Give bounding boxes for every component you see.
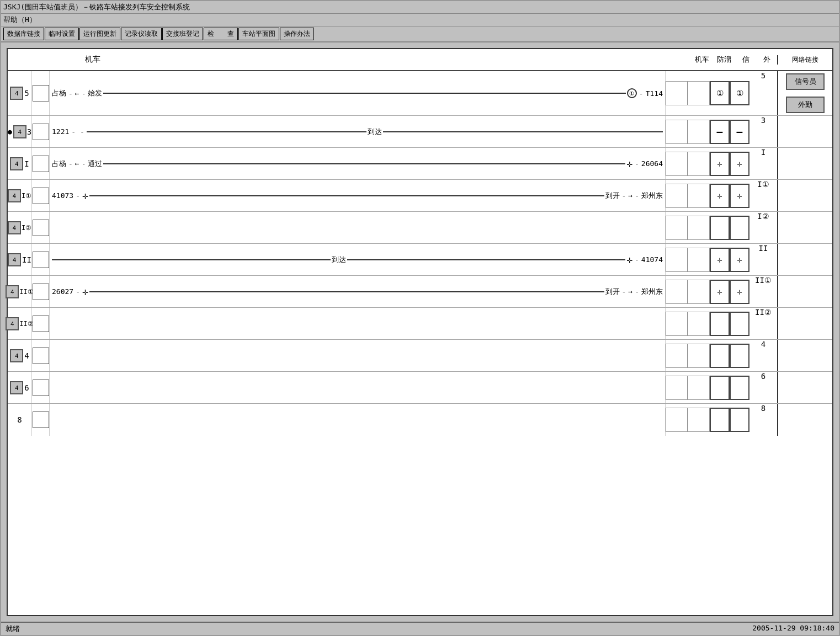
mbox1-I1 xyxy=(666,184,688,208)
outside-box-8 xyxy=(730,408,749,432)
mbox1-II1 xyxy=(666,280,688,304)
outside-box-I2 xyxy=(730,216,749,240)
signal-box-6 xyxy=(710,376,730,400)
btn4-5[interactable] xyxy=(10,87,23,100)
btn4-3[interactable] xyxy=(13,125,26,138)
status-text: 就绪 xyxy=(6,624,20,634)
plus-II: ✛ xyxy=(626,254,632,265)
to-I1: 郑州东 xyxy=(641,191,663,201)
train-II: 41074 xyxy=(641,255,663,264)
table-row: 5 占杨 - ← - 始发 ① - T114 xyxy=(8,71,832,116)
signal-box-3: — xyxy=(710,120,730,144)
btn4-II2[interactable] xyxy=(6,317,19,330)
signal-box-I: ✛ xyxy=(710,152,730,176)
main-content: 机车 机车 防溜 信 外 网络链接 xyxy=(1,42,839,622)
signal-box-I2 xyxy=(710,216,730,240)
track-label-5: 5 xyxy=(24,89,29,98)
signal-box-II1: ✛ xyxy=(710,280,730,304)
table-row: 8 8 xyxy=(8,404,832,436)
antislip-header: 防溜 xyxy=(713,55,735,65)
toolbar-btn-station-map[interactable]: 车站平面图 xyxy=(238,28,279,40)
btn4-II[interactable] xyxy=(8,253,21,266)
circle-icon-5: ① xyxy=(627,88,637,98)
mbox1-4 xyxy=(666,344,688,368)
mbox1-6 xyxy=(666,376,688,400)
loco2-header: 机车 xyxy=(691,55,713,65)
btn4-II1[interactable] xyxy=(6,285,19,298)
btn4-I1[interactable] xyxy=(8,189,21,202)
mbox2-II2 xyxy=(688,312,710,336)
outside-box-II: ✛ xyxy=(730,248,749,272)
small-box-8 xyxy=(33,411,49,428)
signal-box-II2 xyxy=(710,312,730,336)
mbox1-5 xyxy=(666,81,688,105)
table-row: II 到达 ✛ - 41074 xyxy=(8,244,832,276)
btn4-6[interactable] xyxy=(10,381,23,394)
station-panel: 机车 机车 防溜 信 外 网络链接 xyxy=(7,48,833,616)
outside-box-5: ① xyxy=(730,81,749,105)
track-label-6: 6 xyxy=(24,383,29,392)
track-label-8: 8 xyxy=(17,415,22,424)
signal-box-II: ✛ xyxy=(710,248,730,272)
bullet-3: ● xyxy=(8,127,12,136)
right-label-I1: I① xyxy=(749,180,777,211)
small-box-5 xyxy=(33,85,49,101)
right-label-6: 6 xyxy=(749,372,777,403)
mbox1-8 xyxy=(666,408,688,432)
right-label-II2: II② xyxy=(749,308,777,339)
small-box-I xyxy=(33,156,49,172)
toolbar-btn-check[interactable]: 检 查 xyxy=(204,28,238,40)
btn4-4[interactable] xyxy=(10,349,23,362)
small-box-3 xyxy=(33,124,49,140)
plus-II1: ✛ xyxy=(82,286,88,297)
mbox2-3 xyxy=(688,120,710,144)
toolbar-btn-handover[interactable]: 交接班登记 xyxy=(162,28,203,40)
track-label-4: 4 xyxy=(24,351,29,360)
right-label-8: 8 xyxy=(749,404,777,436)
menu-bar[interactable]: 帮助（H） xyxy=(1,14,839,26)
mbox2-I1 xyxy=(688,184,710,208)
toolbar-btn-temp[interactable]: 临时设置 xyxy=(45,28,79,40)
outside-box-I1: ✛ xyxy=(730,184,749,208)
outside-worker-btn[interactable]: 外勤 xyxy=(786,97,825,113)
status-time: 2005-11-29 09:18:40 xyxy=(752,624,834,634)
mbox1-3 xyxy=(666,120,688,144)
track-content-3: 1221 - - 到达 xyxy=(50,116,665,147)
toolbar-btn-db[interactable]: 数据库链接 xyxy=(3,28,44,40)
small-box-II1 xyxy=(33,284,49,300)
toolbar-btn-timetable[interactable]: 运行图更新 xyxy=(79,28,120,40)
track-content-4 xyxy=(50,340,665,371)
track-label-I1: I① xyxy=(22,192,31,200)
signal-worker-btn[interactable]: 信号员 xyxy=(786,73,825,90)
track-content-6 xyxy=(50,372,665,403)
train-5: T114 xyxy=(646,89,663,98)
plus-I1: ✛ xyxy=(82,190,88,201)
small-box-II xyxy=(33,252,49,268)
loco-header: 机车 xyxy=(85,55,100,65)
mbox2-II1 xyxy=(688,280,710,304)
toolbar-btn-operation[interactable]: 操作办法 xyxy=(280,28,314,40)
small-box-I2 xyxy=(33,220,49,236)
train-I: 26064 xyxy=(641,159,663,168)
table-row: I② I② xyxy=(8,212,832,244)
outside-box-6 xyxy=(730,376,749,400)
outside-box-I: ✛ xyxy=(730,152,749,176)
toolbar-btn-recorder[interactable]: 记录仪读取 xyxy=(121,28,162,40)
menu-help[interactable]: 帮助（H） xyxy=(3,15,36,24)
mbox2-8 xyxy=(688,408,710,432)
btn4-I2[interactable] xyxy=(8,221,21,234)
track-content-I2 xyxy=(50,212,665,243)
track-label-II1: II① xyxy=(19,288,33,296)
signal-box-I1: ✛ xyxy=(710,184,730,208)
mbox2-I2 xyxy=(688,216,710,240)
btn4-I[interactable] xyxy=(10,157,23,170)
mbox2-6 xyxy=(688,376,710,400)
status-bar: 就绪 2005-11-29 09:18:40 xyxy=(1,622,839,635)
track-content-5: 占杨 - ← - 始发 ① - T114 xyxy=(50,71,665,115)
window-title: JSKJ(围田车站值班员）－铁路车站接发列车安全控制系统 xyxy=(3,3,190,11)
table-row: 4 4 xyxy=(8,340,832,372)
signal-box-4 xyxy=(710,344,730,368)
track-label-3: 3 xyxy=(27,127,31,136)
right-label-I: I xyxy=(749,148,777,179)
track-content-8 xyxy=(50,404,665,436)
